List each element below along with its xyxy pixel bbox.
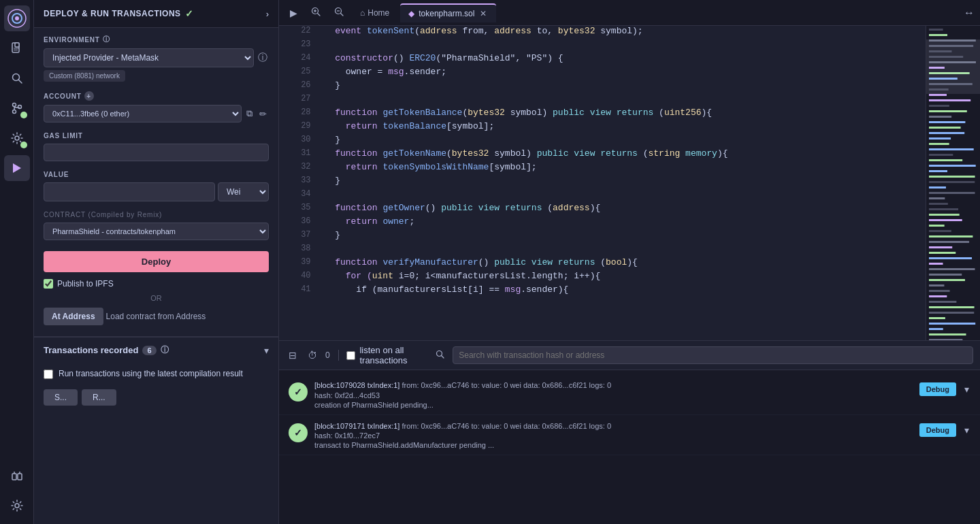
table-row: 33 } — [279, 176, 926, 189]
table-row: 31 function getTokenName(bytes32 symbol)… — [279, 148, 926, 162]
at-address-button[interactable]: At Address — [44, 308, 103, 325]
account-select[interactable]: 0xC11...3fbe6 (0 ether) — [44, 105, 242, 122]
tx-search-input[interactable] — [453, 346, 973, 364]
sidebar-item-search[interactable] — [4, 65, 30, 91]
tx-pending-2: transact to PharmaShield.addManufacturer… — [314, 441, 913, 449]
deploy-button[interactable]: Deploy — [44, 251, 269, 272]
account-edit-btn[interactable]: ✏ — [257, 108, 269, 120]
sidebar-item-files[interactable] — [4, 35, 30, 61]
sidebar-item-logo[interactable] — [4, 5, 30, 31]
tx-item-2: ✓ [block:1079171 txIndex:1] from: 0xc96.… — [279, 415, 980, 456]
environment-info-btn[interactable]: ⓘ — [257, 50, 269, 65]
listen-checkbox[interactable] — [346, 351, 355, 360]
gas-limit-input[interactable]: 3000000 — [44, 144, 269, 161]
environment-info-icon: ⓘ — [103, 35, 110, 44]
table-row: 28 function getTokenBalance(bytes32 symb… — [279, 108, 926, 121]
run-tx-checkbox[interactable] — [44, 370, 53, 379]
minimap — [926, 26, 980, 340]
expand-btn-1[interactable]: ▾ — [963, 382, 970, 396]
value-label: VALUE — [44, 171, 269, 178]
account-plus-icon[interactable]: + — [84, 91, 94, 101]
tx-content-2: [block:1079171 txIndex:1] from: 0xc96...… — [314, 421, 913, 450]
value-input[interactable]: 0 — [44, 182, 215, 201]
environment-row: Injected Provider - MetaMask ⓘ — [44, 48, 269, 67]
listen-label: listen on all transactions — [359, 345, 427, 365]
sol-icon: ◆ — [408, 9, 414, 18]
network-badge: Custom (8081) network — [44, 70, 125, 82]
main-area: ▶ ⌂ Home ◆ tokenpharm.sol ✕ — [279, 0, 980, 524]
table-row: 25 owner = msg.sender; — [279, 67, 926, 80]
tx-line2-2: hash: 0x1f0...72ec7 — [314, 431, 913, 440]
account-row: 0xC11...3fbe6 (0 ether) ⧉ ✏ — [44, 105, 269, 122]
panel-title: DEPLOY & RUN TRANSACTIONS ✓ — [44, 8, 193, 19]
tx-success-icon-2: ✓ — [289, 423, 308, 442]
table-row: 30 } — [279, 135, 926, 148]
sidebar-item-deploy[interactable] — [4, 155, 30, 181]
debug-btn-2[interactable]: Debug — [919, 423, 956, 437]
editor-tabs: ▶ ⌂ Home ◆ tokenpharm.sol ✕ — [279, 0, 980, 26]
table-row: 29 return tokenBalance[symbol]; — [279, 121, 926, 135]
search-btn[interactable] — [433, 348, 447, 362]
tx-log-count: 0 — [325, 350, 330, 360]
environment-section: ENVIRONMENT ⓘ Injected Provider - MetaMa… — [34, 28, 278, 88]
reset-btn[interactable]: R... — [82, 389, 116, 406]
sidebar-item-gear[interactable] — [4, 493, 30, 519]
value-unit-select[interactable]: Wei Gwei Finney Ether — [218, 182, 269, 201]
run-button[interactable]: ▶ — [284, 3, 303, 22]
table-row: 27 — [279, 94, 926, 108]
sidebar-item-git[interactable] — [4, 95, 30, 121]
git-badge — [20, 112, 27, 118]
or-divider: OR — [34, 291, 278, 305]
code-editor[interactable]: 22 event tokenSent(address from, address… — [279, 26, 926, 340]
run-tx-label: Run transactions using the latest compil… — [59, 368, 243, 380]
panel-expand-icon[interactable]: › — [266, 9, 269, 19]
tx-list: ✓ [block:1079028 txIndex:1] from: 0xc96.… — [279, 370, 980, 524]
code-area: 22 event tokenSent(address from, address… — [279, 26, 980, 340]
table-row: 22 event tokenSent(address from, address… — [279, 26, 926, 39]
table-row: 26 } — [279, 80, 926, 94]
clock-btn[interactable]: ⏱ — [305, 348, 320, 362]
tx-line1-1: [block:1079028 txIndex:1] from: 0xc96...… — [314, 380, 913, 391]
contract-section: CONTRACT (Compiled by Remix) PharmaShiel… — [34, 208, 278, 247]
table-row: 37 } — [279, 230, 926, 244]
contract-select[interactable]: PharmaShield - contracts/tokenpham — [44, 223, 269, 240]
table-row: 24 constructor() ERC20("PharmaShield", "… — [279, 53, 926, 67]
collapse-btn[interactable]: ⊟ — [286, 348, 299, 362]
run-tx-row: Run transactions using the latest compil… — [34, 363, 278, 385]
tx-line1-2: [block:1079171 txIndex:1] from: 0xc96...… — [314, 421, 913, 432]
debug-btn-1[interactable]: Debug — [919, 382, 956, 396]
table-row: 34 — [279, 189, 926, 203]
svg-point-10 — [12, 110, 16, 114]
tx-content-1: [block:1079028 txIndex:1] from: 0xc96...… — [314, 380, 913, 409]
expand-btn-2[interactable]: ▾ — [963, 423, 970, 437]
listen-row: listen on all transactions — [346, 345, 427, 365]
save-btn[interactable]: S... — [44, 389, 78, 406]
tab-home[interactable]: ⌂ Home — [352, 4, 397, 22]
zoom-in-btn[interactable] — [306, 3, 326, 22]
sidebar-item-plugin[interactable] — [4, 463, 30, 489]
transactions-title: Transactions recorded 6 ⓘ — [44, 344, 169, 356]
tab-tokenparm[interactable]: ◆ tokenpharm.sol ✕ — [400, 3, 496, 22]
svg-point-18 — [15, 504, 19, 508]
svg-line-27 — [442, 356, 444, 359]
svg-rect-4 — [15, 43, 19, 47]
account-copy-btn[interactable]: ⧉ — [244, 107, 255, 120]
svg-line-8 — [18, 80, 22, 83]
panel-title-text: DEPLOY & RUN TRANSACTIONS — [44, 9, 181, 18]
contract-label: CONTRACT (Compiled by Remix) — [44, 211, 269, 218]
sidebar-item-settings[interactable] — [4, 125, 30, 151]
environment-select[interactable]: Injected Provider - MetaMask — [44, 48, 254, 67]
settings-badge — [20, 142, 27, 148]
tab-close-btn[interactable]: ✕ — [478, 9, 488, 18]
zoom-out-btn[interactable] — [329, 3, 349, 22]
table-row: 36 return owner; — [279, 216, 926, 230]
environment-label: ENVIRONMENT ⓘ — [44, 35, 269, 44]
table-row: 41 if (manufacturersList[i] == msg.sende… — [279, 284, 926, 298]
bottom-panel: ⊟ ⏱ 0 listen on all transactions — [279, 340, 980, 524]
publish-checkbox[interactable] — [44, 279, 53, 289]
tx-pending-1: creation of PharmaShield pending... — [314, 401, 913, 409]
svg-rect-15 — [18, 474, 22, 480]
load-contract-link[interactable]: Load contract from Address — [106, 312, 206, 321]
gas-limit-label: GAS LIMIT — [44, 132, 269, 140]
transactions-header[interactable]: Transactions recorded 6 ⓘ ▾ — [44, 344, 269, 356]
